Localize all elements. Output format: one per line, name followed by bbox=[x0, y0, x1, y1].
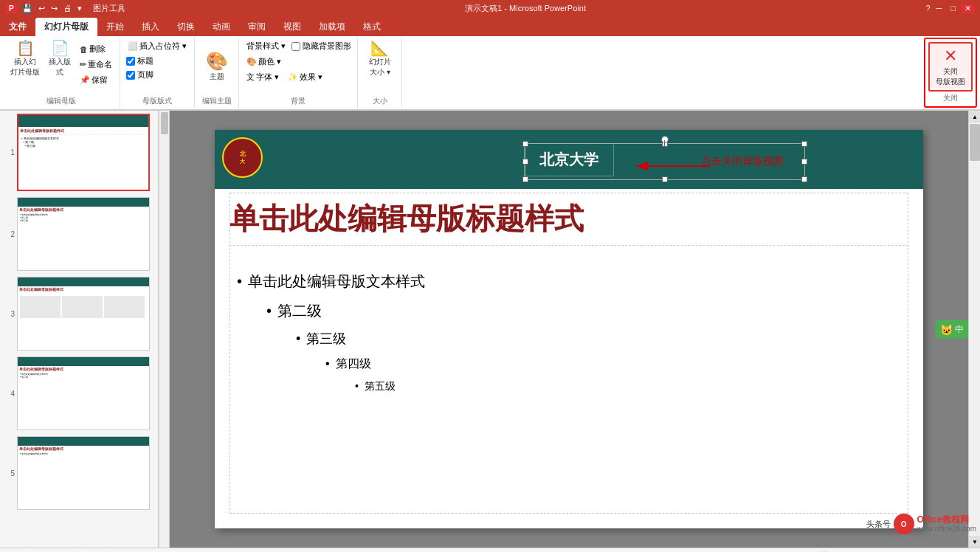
content-level2-text: 第二级 bbox=[277, 296, 322, 325]
save-icon[interactable]: 💾 bbox=[20, 3, 35, 14]
content-level5-text: 第五级 bbox=[365, 376, 396, 396]
font-icon: 文 bbox=[246, 72, 255, 83]
insert-layout-button[interactable]: 📄 插入版式 bbox=[46, 39, 74, 79]
title-check[interactable]: 标题 bbox=[125, 55, 155, 67]
insert-slide-master-button[interactable]: 📋 插入幻灯片母版 bbox=[7, 39, 43, 79]
tab-file[interactable]: 文件 bbox=[0, 18, 35, 36]
slide-panel: 1 单击此处编辑母版标题样式 • 单击此处编辑母版文本样式 • 第二级 • 第三… bbox=[0, 111, 159, 548]
close-label: 关闭 bbox=[943, 92, 958, 103]
slide-thumb-5[interactable]: 单击此处编辑母版标题样式 • 单击此处编辑母版文本样式 bbox=[17, 436, 150, 510]
theme-button[interactable]: 🎨 主题 bbox=[203, 51, 231, 83]
preserve-icon: 📌 bbox=[80, 75, 90, 85]
slide-num-2: 2 bbox=[3, 230, 15, 238]
vertical-scrollbar[interactable]: ▲ ▼ bbox=[968, 111, 980, 548]
title-bar: P 💾 ↩ ↪ 🖨 ▾ 图片工具 演示文稿1 - Microsoft Power… bbox=[0, 0, 980, 16]
minimize-button[interactable]: ─ bbox=[934, 4, 945, 13]
group-edit-master: 📋 插入幻灯片母版 📄 插入版式 🗑 删除 ✏ 重命名 bbox=[3, 38, 120, 108]
thumb-3-body bbox=[18, 292, 149, 319]
group-size: 📐 幻灯片大小 ▾ 大小 bbox=[358, 38, 402, 108]
tab-master[interactable]: 幻灯片母版 bbox=[35, 18, 97, 36]
background-label: 背景 bbox=[291, 94, 306, 106]
undo-icon[interactable]: ↩ bbox=[36, 3, 47, 14]
main-slide[interactable]: 北 大 北京大学 bbox=[215, 130, 923, 528]
slide-num-4: 4 bbox=[3, 390, 15, 398]
thumb-2-header bbox=[18, 198, 149, 207]
thumb-1-body: • 单击此处编辑母版文本样式 • 第二级 • 第三级 bbox=[18, 135, 148, 149]
color-icon: 🎨 bbox=[246, 57, 257, 66]
insert-layout-icon: 📄 bbox=[51, 41, 69, 55]
slide-thumb-1[interactable]: 单击此处编辑母版标题样式 • 单击此处编辑母版文本样式 • 第二级 • 第三级 bbox=[17, 114, 150, 191]
font-button[interactable]: 文 字体 ▾ bbox=[244, 70, 282, 84]
slide-num-3: 3 bbox=[3, 310, 15, 318]
slide-thumb-3[interactable]: 单击此处编辑母版标题样式 bbox=[17, 277, 150, 351]
slide-canvas: 北 大 北京大学 bbox=[170, 111, 968, 548]
background-style-button[interactable]: 背景样式 ▾ bbox=[244, 39, 289, 53]
master-layout-label: 母版版式 bbox=[142, 94, 172, 106]
tab-review[interactable]: 审阅 bbox=[239, 18, 275, 36]
rotate-handle[interactable] bbox=[661, 136, 669, 143]
edit-theme-label: 编辑主题 bbox=[202, 94, 232, 106]
watermark-logo: O bbox=[894, 514, 914, 534]
scroll-track bbox=[969, 123, 980, 536]
close-master-view-button[interactable]: ✕ 关闭母版视图 bbox=[928, 42, 973, 92]
help-button[interactable]: ? bbox=[925, 4, 930, 13]
panel-scrollbar[interactable] bbox=[159, 111, 169, 548]
content-level1: • 单击此处编辑母版文本样式 bbox=[237, 266, 908, 296]
slide-item-1[interactable]: 1 单击此处编辑母版标题样式 • 单击此处编辑母版文本样式 • 第二级 • 第三… bbox=[3, 114, 155, 191]
ribbon-content: 📋 插入幻灯片母版 📄 插入版式 🗑 删除 ✏ 重命名 bbox=[0, 36, 980, 110]
tab-view[interactable]: 视图 bbox=[275, 18, 310, 36]
header-text-box[interactable]: 北京大学 bbox=[524, 143, 614, 176]
group-edit-theme: 🎨 主题 编辑主题 bbox=[195, 38, 239, 108]
watermark-site: Office教程网 bbox=[917, 514, 976, 525]
slide-item-3[interactable]: 3 单击此处编辑母版标题样式 bbox=[3, 277, 155, 351]
slide-size-icon: 📐 bbox=[370, 41, 389, 55]
effect-icon: ✨ bbox=[288, 72, 298, 82]
slide-item-4[interactable]: 4 单击此处编辑母版标题样式 • 单击此处编辑母版文本样式• 第二级 bbox=[3, 356, 155, 430]
slide-content-area[interactable]: • 单击此处编辑母版文本样式 • 第二级 • 第三级 • 第四级 • 第五级 bbox=[237, 266, 908, 514]
handle-tr bbox=[801, 141, 807, 147]
status-bar: 幻灯片 1/5 Office主题 中文(中国) ⬜ ⊞ 📖 ▶ ─ ＋ 66% … bbox=[0, 548, 980, 552]
slide-item-2[interactable]: 2 单击此处编辑母版标题样式 • 单击此处编辑母版文本样式• 第二级• 第三级 bbox=[3, 197, 155, 271]
chat-widget[interactable]: 🐱 中 bbox=[936, 320, 968, 339]
watermark: 头条号 O Office教程网 www.office26.com bbox=[866, 514, 976, 534]
scroll-thumb[interactable] bbox=[970, 124, 980, 161]
thumb-4-header bbox=[18, 357, 149, 366]
effect-button[interactable]: ✨ 效果 ▾ bbox=[285, 70, 325, 84]
tab-insert[interactable]: 插入 bbox=[133, 18, 168, 36]
rename-button[interactable]: ✏ 重命名 bbox=[77, 58, 115, 72]
tab-start[interactable]: 开始 bbox=[97, 18, 133, 36]
thumb-3-title: 单击此处编辑母版标题样式 bbox=[18, 286, 149, 292]
tab-animation[interactable]: 动画 bbox=[204, 18, 239, 36]
close-window-button[interactable]: ✕ bbox=[962, 4, 974, 13]
chat-text: 中 bbox=[955, 323, 964, 336]
footer-check[interactable]: 页脚 bbox=[125, 69, 155, 81]
slide-thumb-2[interactable]: 单击此处编辑母版标题样式 • 单击此处编辑母版文本样式• 第二级• 第三级 bbox=[17, 197, 150, 271]
quick-access-toolbar: 💾 ↩ ↪ 🖨 ▾ bbox=[20, 3, 84, 14]
university-logo: 北 大 bbox=[222, 137, 263, 178]
restore-button[interactable]: □ bbox=[948, 4, 959, 13]
more-icon[interactable]: ▾ bbox=[75, 3, 84, 14]
panel-scroll-thumb[interactable] bbox=[161, 112, 168, 134]
delete-button[interactable]: 🗑 删除 bbox=[77, 42, 115, 56]
color-button[interactable]: 🎨 颜色 ▾ bbox=[244, 55, 284, 69]
tab-addon[interactable]: 加载项 bbox=[310, 18, 354, 36]
preserve-button[interactable]: 📌 保留 bbox=[77, 73, 115, 87]
print-icon[interactable]: 🖨 bbox=[61, 3, 74, 13]
slide-item-5[interactable]: 5 单击此处编辑母版标题样式 • 单击此处编辑母版文本样式 bbox=[3, 436, 155, 510]
scroll-up-button[interactable]: ▲ bbox=[969, 111, 980, 123]
ribbon-spacer bbox=[402, 38, 924, 108]
group-close: ✕ 关闭母版视图 关闭 bbox=[924, 38, 977, 108]
slide-thumb-4[interactable]: 单击此处编辑母版标题样式 • 单击此处编辑母版文本样式• 第二级 bbox=[17, 356, 150, 430]
tab-format[interactable]: 格式 bbox=[354, 18, 390, 36]
tab-transition[interactable]: 切换 bbox=[168, 18, 204, 36]
slide-size-button[interactable]: 📐 幻灯片大小 ▾ bbox=[366, 39, 394, 79]
scroll-down-button[interactable]: ▼ bbox=[969, 536, 980, 548]
redo-icon[interactable]: ↪ bbox=[49, 3, 60, 14]
slide-header: 北 大 北京大学 bbox=[215, 130, 923, 189]
content-level3: • 第三级 bbox=[296, 325, 908, 352]
insert-placeholder-button[interactable]: ⬜ 插入占位符 ▾ bbox=[125, 39, 190, 53]
hide-background-check[interactable]: 隐藏背景图形 bbox=[290, 40, 353, 52]
handle-br bbox=[801, 176, 807, 182]
slide-title-area[interactable]: 单击此处编辑母版标题样式 bbox=[230, 193, 908, 246]
size-label: 大小 bbox=[373, 94, 387, 106]
